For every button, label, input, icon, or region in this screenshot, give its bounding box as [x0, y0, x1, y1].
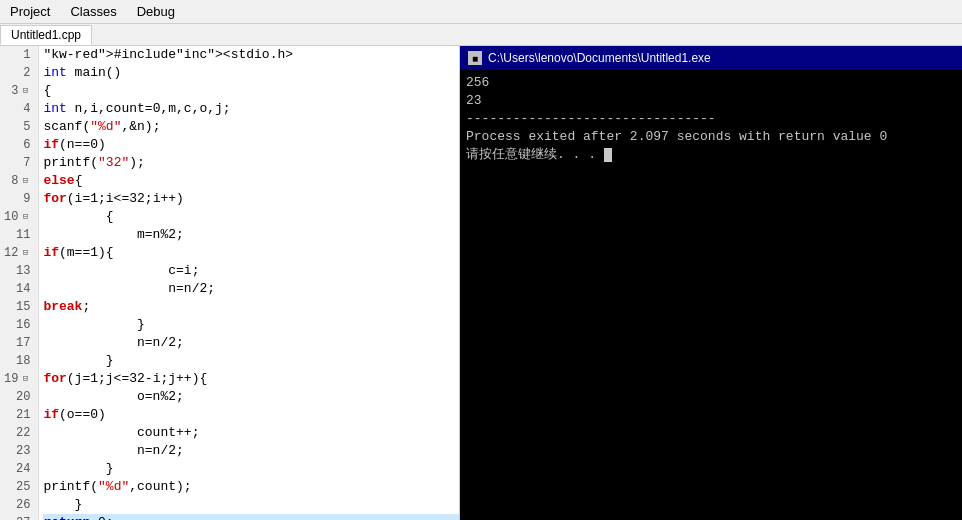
line-number: 24	[4, 460, 34, 478]
terminal-title: C:\Users\lenovo\Documents\Untitled1.exe	[488, 51, 711, 65]
code-line: c=i;	[43, 262, 459, 280]
code-line: if(n==0)	[43, 136, 459, 154]
line-number: 20	[4, 388, 34, 406]
code-line: int n,i,count=0,m,c,o,j;	[43, 100, 459, 118]
line-num-text: 4	[23, 100, 30, 118]
line-number: 4	[4, 100, 34, 118]
line-number: 5	[4, 118, 34, 136]
code-line: n=n/2;	[43, 442, 459, 460]
line-num-text: 22	[16, 424, 30, 442]
menu-debug[interactable]: Debug	[131, 2, 181, 21]
line-num-text: 2	[23, 64, 30, 82]
line-num-text: 5	[23, 118, 30, 136]
code-line: n=n/2;	[43, 334, 459, 352]
line-num-text: 18	[16, 352, 30, 370]
line-num-text: 24	[16, 460, 30, 478]
line-number: 14	[4, 280, 34, 298]
line-num-text: 10	[4, 208, 18, 226]
code-line: }	[43, 496, 459, 514]
code-area: 123⊟45678⊟910⊟1112⊟13141516171819⊟202122…	[0, 46, 459, 520]
code-line: n=n/2;	[43, 280, 459, 298]
code-line: scanf("%d",&n);	[43, 118, 459, 136]
fold-icon[interactable]: ⊟	[20, 208, 30, 226]
code-line: {	[43, 82, 459, 100]
code-lines: "kw-red">#include"inc"><stdio.h>int main…	[39, 46, 459, 520]
menu-bar: Project Classes Debug	[0, 0, 962, 24]
line-num-text: 8	[11, 172, 18, 190]
fold-icon[interactable]: ⊟	[20, 244, 30, 262]
code-line: break;	[43, 298, 459, 316]
code-line: if(m==1){	[43, 244, 459, 262]
menu-classes[interactable]: Classes	[64, 2, 122, 21]
line-num-text: 12	[4, 244, 18, 262]
line-num-text: 23	[16, 442, 30, 460]
terminal-line: 请按任意键继续. . .	[466, 146, 956, 164]
line-num-text: 6	[23, 136, 30, 154]
terminal-line: 23	[466, 92, 956, 110]
line-number: 2	[4, 64, 34, 82]
line-number: 6	[4, 136, 34, 154]
terminal-icon: ■	[468, 51, 482, 65]
line-num-text: 3	[11, 82, 18, 100]
code-line: o=n%2;	[43, 388, 459, 406]
fold-icon[interactable]: ⊟	[20, 370, 30, 388]
code-pane: 123⊟45678⊟910⊟1112⊟13141516171819⊟202122…	[0, 46, 460, 520]
line-num-text: 19	[4, 370, 18, 388]
code-line: }	[43, 460, 459, 478]
line-number: 22	[4, 424, 34, 442]
code-line: m=n%2;	[43, 226, 459, 244]
line-number: 1	[4, 46, 34, 64]
code-line: int main()	[43, 64, 459, 82]
line-num-text: 17	[16, 334, 30, 352]
line-number: 12⊟	[4, 244, 34, 262]
fold-icon[interactable]: ⊟	[20, 82, 30, 100]
tab-untitled1[interactable]: Untitled1.cpp	[0, 25, 92, 45]
line-num-text: 20	[16, 388, 30, 406]
terminal-line: --------------------------------	[466, 110, 956, 128]
line-num-text: 7	[23, 154, 30, 172]
line-num-text: 13	[16, 262, 30, 280]
line-number: 16	[4, 316, 34, 334]
line-number: 11	[4, 226, 34, 244]
line-number: 19⊟	[4, 370, 34, 388]
line-num-text: 11	[16, 226, 30, 244]
fold-icon[interactable]: ⊟	[20, 172, 30, 190]
terminal-line: Process exited after 2.097 seconds with …	[466, 128, 956, 146]
terminal-pane: ■ C:\Users\lenovo\Documents\Untitled1.ex…	[460, 46, 962, 520]
line-number: 25	[4, 478, 34, 496]
line-number: 15	[4, 298, 34, 316]
terminal-cursor	[604, 148, 612, 162]
code-line: printf("%d",count);	[43, 478, 459, 496]
code-line: for(j=1;j<=32-i;j++){	[43, 370, 459, 388]
line-number: 27	[4, 514, 34, 520]
line-num-text: 26	[16, 496, 30, 514]
terminal-title-bar: ■ C:\Users\lenovo\Documents\Untitled1.ex…	[460, 46, 962, 70]
code-line: printf("32");	[43, 154, 459, 172]
code-line: "kw-red">#include"inc"><stdio.h>	[43, 46, 459, 64]
terminal-line: 256	[466, 74, 956, 92]
line-number: 17	[4, 334, 34, 352]
line-number: 21	[4, 406, 34, 424]
code-line: }	[43, 316, 459, 334]
line-num-text: 9	[23, 190, 30, 208]
line-number: 7	[4, 154, 34, 172]
tab-bar: Untitled1.cpp	[0, 24, 962, 46]
code-line: }	[43, 352, 459, 370]
terminal-body: 25623--------------------------------Pro…	[460, 70, 962, 520]
main-content: 123⊟45678⊟910⊟1112⊟13141516171819⊟202122…	[0, 46, 962, 520]
line-num-text: 27	[16, 514, 30, 520]
line-num-text: 25	[16, 478, 30, 496]
line-number: 26	[4, 496, 34, 514]
code-line: return 0;	[43, 514, 459, 520]
code-line: else{	[43, 172, 459, 190]
line-number: 18	[4, 352, 34, 370]
line-number: 8⊟	[4, 172, 34, 190]
line-number: 9	[4, 190, 34, 208]
line-num-text: 15	[16, 298, 30, 316]
menu-project[interactable]: Project	[4, 2, 56, 21]
line-number: 10⊟	[4, 208, 34, 226]
line-numbers: 123⊟45678⊟910⊟1112⊟13141516171819⊟202122…	[0, 46, 39, 520]
line-number: 13	[4, 262, 34, 280]
line-number: 3⊟	[4, 82, 34, 100]
line-num-text: 14	[16, 280, 30, 298]
